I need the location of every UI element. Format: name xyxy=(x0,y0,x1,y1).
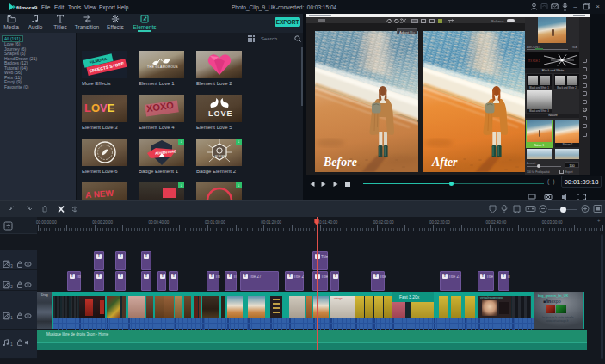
svg-text:2TX RDE 2: 2TX RDE 2 xyxy=(528,59,540,63)
svg-text:FILMORA: FILMORA xyxy=(215,155,225,158)
svg-text:3: 3 xyxy=(10,264,13,268)
svg-text:1: 1 xyxy=(10,342,13,347)
svg-text:2: 2 xyxy=(10,285,13,289)
svg-text:1: 1 xyxy=(10,316,13,320)
